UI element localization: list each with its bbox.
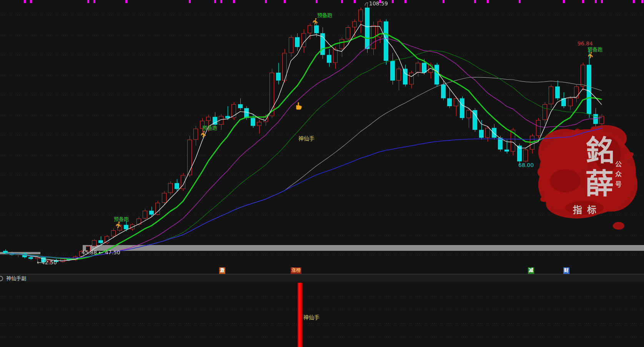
sub-indicator-title: 神仙手副 xyxy=(6,275,26,281)
stock-chart-window: 銘 薛 公众号 指标 108.5996.84预备跑预备跑预备跑预备跑神仙手68.… xyxy=(0,0,644,347)
indicator-dot-icon xyxy=(0,276,3,281)
kline-chart-canvas[interactable] xyxy=(0,0,644,347)
sub-indicator-header[interactable]: 神仙手副 xyxy=(0,274,644,282)
